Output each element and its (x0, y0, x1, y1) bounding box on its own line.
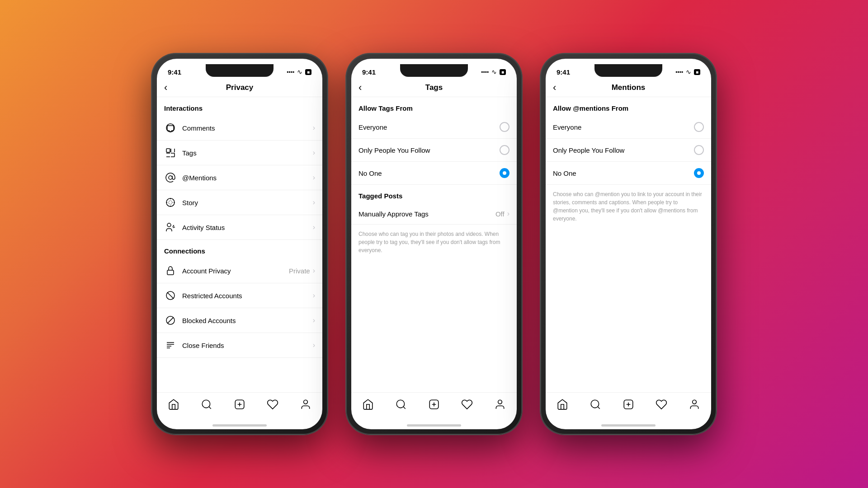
menu-item-blocked[interactable]: Blocked Accounts › (157, 308, 322, 333)
account-privacy-label: Account Privacy (182, 267, 289, 275)
home-indicator-1 (212, 424, 267, 427)
close-friends-label: Close Friends (182, 342, 313, 349)
lock-icon (164, 264, 177, 277)
svg-rect-6 (167, 270, 174, 275)
phone-screen-2: 9:41 ▪▪▪▪ ∿ ■ ‹ Tags Allow Tags From Eve… (351, 59, 517, 429)
tab-profile-3[interactable] (684, 397, 704, 412)
back-button-2[interactable]: ‹ (359, 82, 362, 94)
radio-noone-mentions[interactable]: No One (546, 162, 711, 185)
mentions-label: @Mentions (182, 174, 313, 182)
activity-chevron: › (313, 223, 315, 231)
menu-item-tags[interactable]: Tags › (157, 141, 322, 165)
tab-add-1[interactable] (230, 397, 250, 412)
battery-icon-3: ■ (694, 69, 700, 75)
back-button-3[interactable]: ‹ (553, 82, 556, 94)
activity-label: Activity Status (182, 224, 313, 231)
tab-add-2[interactable] (424, 397, 444, 412)
page-title-1: Privacy (226, 83, 254, 92)
phone-mentions: 9:41 ▪▪▪▪ ∿ ■ ‹ Mentions Allow @mentions… (540, 53, 717, 435)
page-title-3: Mentions (612, 83, 646, 92)
back-button-1[interactable]: ‹ (164, 82, 167, 94)
radio-noone-mentions-label: No One (553, 169, 694, 177)
menu-item-comments[interactable]: Comments › (157, 116, 322, 141)
tab-add-3[interactable] (618, 397, 638, 412)
restricted-chevron: › (313, 291, 315, 300)
tab-profile-1[interactable] (296, 397, 316, 412)
tab-heart-2[interactable] (457, 397, 477, 412)
radio-follow-tags-btn[interactable] (500, 145, 509, 155)
menu-item-account-privacy[interactable]: Account Privacy Private › (157, 258, 322, 283)
status-icons-2: ▪▪▪▪ ∿ ■ (481, 68, 506, 75)
allow-tags-heading: Allow Tags From (351, 97, 517, 116)
radio-everyone-tags[interactable]: Everyone (351, 116, 517, 139)
nav-header-1: ‹ Privacy (157, 79, 322, 97)
svg-point-4 (169, 201, 172, 204)
menu-item-mentions[interactable]: @Mentions › (157, 165, 322, 190)
radio-noone-tags-btn[interactable] (500, 168, 509, 178)
tab-heart-3[interactable] (651, 397, 671, 412)
svg-point-9 (202, 400, 210, 408)
radio-follow-tags-label: Only People You Follow (359, 146, 500, 154)
status-icons-3: ▪▪▪▪ ∿ ■ (675, 68, 700, 75)
menu-item-story[interactable]: Story › (157, 190, 322, 215)
phone-screen-3: 9:41 ▪▪▪▪ ∿ ■ ‹ Mentions Allow @mentions… (546, 59, 711, 429)
restricted-icon (164, 289, 177, 302)
menu-item-close-friends[interactable]: Close Friends › (157, 333, 322, 358)
radio-noone-mentions-btn[interactable] (694, 168, 704, 178)
phone-screen-1: 9:41 ▪▪▪▪ ∿ ■ ‹ Privacy Interactions Com… (157, 59, 322, 429)
radio-follow-mentions-label: Only People You Follow (553, 146, 694, 154)
radio-follow-mentions[interactable]: Only People You Follow (546, 139, 711, 162)
signal-icon-1: ▪▪▪▪ (287, 69, 294, 75)
signal-icon-3: ▪▪▪▪ (675, 69, 683, 75)
radio-everyone-tags-label: Everyone (359, 123, 500, 131)
svg-point-14 (498, 400, 502, 404)
tags-chevron: › (313, 149, 315, 157)
menu-item-restricted[interactable]: Restricted Accounts › (157, 283, 322, 308)
comments-icon (164, 122, 177, 134)
wifi-icon-2: ∿ (491, 68, 497, 75)
battery-icon-2: ■ (500, 69, 506, 75)
manually-approve-label: Manually Approve Tags (359, 210, 495, 218)
restricted-label: Restricted Accounts (182, 292, 313, 300)
tab-home-2[interactable] (358, 397, 378, 412)
tab-search-3[interactable] (585, 397, 605, 412)
tab-home-1[interactable] (164, 397, 184, 412)
radio-follow-mentions-btn[interactable] (694, 145, 704, 155)
radio-follow-tags[interactable]: Only People You Follow (351, 139, 517, 162)
close-friends-chevron: › (313, 341, 315, 349)
phone-tags: 9:41 ▪▪▪▪ ∿ ■ ‹ Tags Allow Tags From Eve… (346, 53, 522, 435)
mentions-description: Choose who can @mention you to link to y… (546, 185, 711, 228)
status-time-3: 9:41 (557, 68, 570, 76)
tab-heart-1[interactable] (263, 397, 283, 412)
radio-everyone-mentions-btn[interactable] (694, 122, 704, 132)
notch-1 (206, 64, 274, 77)
blocked-chevron: › (313, 316, 315, 324)
radio-noone-tags[interactable]: No One (351, 162, 517, 185)
svg-point-3 (166, 198, 175, 206)
radio-everyone-tags-btn[interactable] (500, 122, 509, 132)
section-heading-interactions: Interactions (157, 97, 322, 116)
blocked-label: Blocked Accounts (182, 317, 313, 324)
tab-search-1[interactable] (197, 397, 217, 412)
menu-item-activity[interactable]: Activity Status › (157, 215, 322, 240)
signal-icon-2: ▪▪▪▪ (481, 69, 489, 75)
nav-header-2: ‹ Tags (351, 79, 517, 97)
mentions-chevron: › (313, 174, 315, 182)
svg-point-5 (167, 223, 171, 227)
blocked-icon (164, 314, 177, 327)
radio-noone-tags-label: No One (359, 169, 500, 177)
status-time-1: 9:41 (168, 68, 181, 76)
tab-home-3[interactable] (552, 397, 572, 412)
tab-profile-2[interactable] (490, 397, 510, 412)
manually-approve-row[interactable]: Manually Approve Tags Off › (351, 203, 517, 225)
tags-description: Choose who can tag you in their photos a… (351, 225, 517, 260)
wifi-icon-1: ∿ (297, 68, 302, 75)
radio-everyone-mentions-label: Everyone (553, 123, 694, 131)
activity-icon (164, 221, 177, 234)
story-label: Story (182, 199, 313, 206)
status-icons-1: ▪▪▪▪ ∿ ■ (287, 68, 311, 75)
radio-everyone-mentions[interactable]: Everyone (546, 116, 711, 139)
home-indicator-2 (407, 424, 461, 427)
tab-search-2[interactable] (391, 397, 411, 412)
mentions-icon (164, 171, 177, 184)
